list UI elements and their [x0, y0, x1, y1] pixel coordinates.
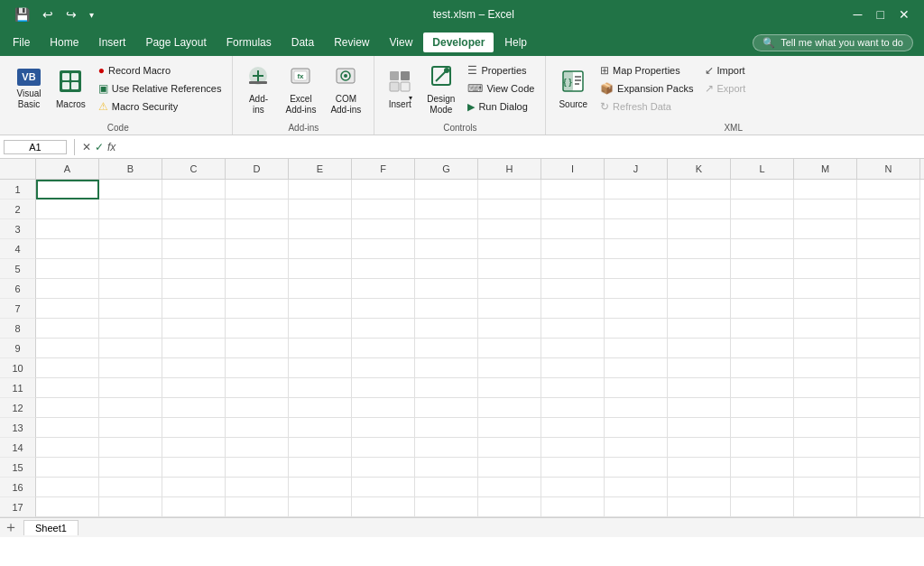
cell-l12[interactable]	[731, 398, 794, 418]
cell-k15[interactable]	[668, 458, 731, 478]
col-header-f[interactable]: F	[352, 159, 415, 179]
properties-button[interactable]: ☰ Properties	[464, 61, 538, 79]
cell-i7[interactable]	[541, 299, 605, 319]
visual-basic-button[interactable]: VB VisualBasic	[11, 60, 47, 119]
cell-b3[interactable]	[99, 219, 162, 239]
cell-i4[interactable]	[541, 239, 605, 259]
cell-j3[interactable]	[605, 219, 668, 239]
select-all-button[interactable]	[0, 159, 36, 179]
add-sheet-button[interactable]: ＋	[4, 518, 18, 537]
sheet-tab-sheet1[interactable]: Sheet1	[23, 520, 79, 535]
cell-j9[interactable]	[605, 339, 668, 358]
row-header-17[interactable]: 17	[0, 497, 36, 517]
cell-f8[interactable]	[352, 319, 415, 339]
cell-b13[interactable]	[99, 418, 162, 438]
cell-f2[interactable]	[352, 199, 415, 219]
cell-h12[interactable]	[478, 398, 541, 418]
cell-a8[interactable]	[36, 319, 99, 339]
cell-m14[interactable]	[794, 438, 857, 458]
cell-i8[interactable]	[541, 319, 605, 339]
cell-d7[interactable]	[226, 299, 289, 319]
cell-l1[interactable]	[731, 180, 794, 199]
cell-b8[interactable]	[99, 319, 162, 339]
cell-e13[interactable]	[289, 418, 352, 438]
cell-m16[interactable]	[794, 478, 857, 497]
cell-d14[interactable]	[226, 438, 289, 458]
cell-i2[interactable]	[541, 199, 605, 219]
menu-home[interactable]: Home	[41, 32, 88, 52]
row-header-15[interactable]: 15	[0, 458, 36, 478]
cell-g11[interactable]	[415, 378, 478, 398]
cell-h4[interactable]	[478, 239, 541, 259]
cell-k1[interactable]	[668, 180, 731, 199]
cell-a13[interactable]	[36, 418, 99, 438]
cell-n3[interactable]	[857, 219, 920, 239]
cell-l14[interactable]	[731, 438, 794, 458]
cell-j8[interactable]	[605, 319, 668, 339]
cell-i9[interactable]	[541, 339, 605, 358]
cell-a7[interactable]	[36, 299, 99, 319]
row-header-12[interactable]: 12	[0, 398, 36, 418]
source-button[interactable]: { } Source	[553, 60, 593, 119]
menu-developer[interactable]: Developer	[423, 32, 494, 52]
cell-g8[interactable]	[415, 319, 478, 339]
cell-d13[interactable]	[226, 418, 289, 438]
row-header-13[interactable]: 13	[0, 418, 36, 438]
cell-a6[interactable]	[36, 279, 99, 299]
cell-b1[interactable]	[99, 180, 162, 199]
cell-e4[interactable]	[289, 239, 352, 259]
cell-k8[interactable]	[668, 319, 731, 339]
cell-i5[interactable]	[541, 259, 605, 279]
row-header-11[interactable]: 11	[0, 378, 36, 398]
cell-m17[interactable]	[794, 497, 857, 517]
cell-a14[interactable]	[36, 438, 99, 458]
cell-l9[interactable]	[731, 339, 794, 358]
cell-l11[interactable]	[731, 378, 794, 398]
cell-g16[interactable]	[415, 478, 478, 497]
cell-e1[interactable]	[289, 180, 352, 199]
cell-h11[interactable]	[478, 378, 541, 398]
save-icon[interactable]: 💾	[11, 5, 33, 23]
cell-m3[interactable]	[794, 219, 857, 239]
cell-i1[interactable]	[541, 180, 605, 199]
cell-g17[interactable]	[415, 497, 478, 517]
cell-j6[interactable]	[605, 279, 668, 299]
cell-c11[interactable]	[162, 378, 226, 398]
cell-k17[interactable]	[668, 497, 731, 517]
cell-k10[interactable]	[668, 358, 731, 378]
cell-i6[interactable]	[541, 279, 605, 299]
cell-k12[interactable]	[668, 398, 731, 418]
cell-g14[interactable]	[415, 438, 478, 458]
refresh-data-button[interactable]: ↻ Refresh Data	[596, 97, 697, 116]
cell-f3[interactable]	[352, 219, 415, 239]
cell-n8[interactable]	[857, 319, 920, 339]
cell-d2[interactable]	[226, 199, 289, 219]
col-header-n[interactable]: N	[857, 159, 920, 179]
tell-me-input[interactable]: 🔍 Tell me what you want to do	[753, 34, 913, 51]
cell-a5[interactable]	[36, 259, 99, 279]
cell-g4[interactable]	[415, 239, 478, 259]
cell-j13[interactable]	[605, 418, 668, 438]
cell-c8[interactable]	[162, 319, 226, 339]
cell-i10[interactable]	[541, 358, 605, 378]
cell-m9[interactable]	[794, 339, 857, 358]
menu-view[interactable]: View	[381, 32, 422, 52]
cell-m7[interactable]	[794, 299, 857, 319]
cell-f14[interactable]	[352, 438, 415, 458]
cell-h14[interactable]	[478, 438, 541, 458]
cell-c10[interactable]	[162, 358, 226, 378]
cell-b5[interactable]	[99, 259, 162, 279]
cell-f5[interactable]	[352, 259, 415, 279]
cell-h17[interactable]	[478, 497, 541, 517]
cell-k5[interactable]	[668, 259, 731, 279]
cell-e2[interactable]	[289, 199, 352, 219]
cell-i11[interactable]	[541, 378, 605, 398]
cell-g5[interactable]	[415, 259, 478, 279]
col-header-e[interactable]: E	[289, 159, 352, 179]
cell-c15[interactable]	[162, 458, 226, 478]
cell-d11[interactable]	[226, 378, 289, 398]
row-header-1[interactable]: 1	[0, 180, 36, 199]
cell-c1[interactable]	[162, 180, 226, 199]
col-header-l[interactable]: L	[731, 159, 794, 179]
cell-n6[interactable]	[857, 279, 920, 299]
